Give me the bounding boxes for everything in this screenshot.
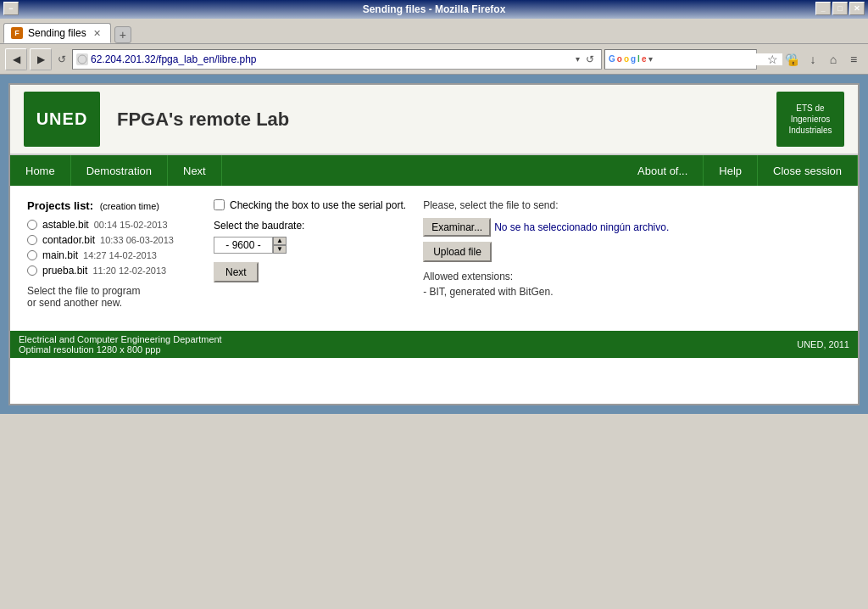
- next-button[interactable]: Next: [214, 262, 259, 282]
- browser-action-icons: ☆ 🔒 ↓ ⌂ ≡: [763, 50, 863, 69]
- next-button-container: Next: [214, 262, 406, 282]
- bookmark-button[interactable]: ☆: [763, 50, 782, 69]
- browser-content: UNED FPGA's remote Lab ETS de Ingenieros…: [8, 83, 860, 405]
- nav-demo[interactable]: Demostration: [71, 155, 168, 186]
- footer-copyright: UNED, 2011: [797, 339, 849, 349]
- nav-help[interactable]: Help: [704, 155, 758, 186]
- reload-icon: ↺: [58, 53, 66, 65]
- project-radio-main[interactable]: [27, 250, 37, 260]
- google-logo: Google: [609, 54, 646, 64]
- new-tab-icon: +: [120, 28, 126, 42]
- browse-button[interactable]: Examinar...: [423, 218, 491, 237]
- tab-favicon: F: [11, 27, 23, 39]
- nav-close-session[interactable]: Close session: [758, 155, 858, 186]
- project-radio-prueba[interactable]: [27, 265, 37, 276]
- baudrate-arrows: ▲ ▼: [273, 237, 287, 254]
- window-title: Sending files - Mozilla Firefox: [363, 3, 506, 15]
- menu-button[interactable]: ≡: [844, 50, 863, 69]
- svg-point-0: [78, 55, 86, 64]
- address-bar-container: ▾ ↺: [72, 49, 602, 70]
- project-radio-contador[interactable]: [27, 235, 37, 245]
- allowed-extensions-label: Allowed extensions:: [423, 271, 841, 282]
- nav-about[interactable]: About of...: [622, 155, 704, 186]
- tab-close-button[interactable]: ✕: [92, 27, 103, 39]
- site-main: Projects list: (creation time) astable.b…: [10, 186, 858, 322]
- nav-spacer: [222, 155, 622, 186]
- no-file-text: No se ha seleccionado ningún archivo.: [494, 221, 669, 233]
- address-reload-icon[interactable]: ↺: [582, 52, 598, 67]
- baudrate-down-arrow[interactable]: ▼: [273, 245, 287, 254]
- allowed-extensions-value: - BIT, generated with BitGen.: [423, 286, 841, 298]
- tab-label: Sending files: [28, 27, 86, 39]
- site-title: FPGA's remote Lab: [117, 109, 289, 131]
- forward-icon: ▶: [37, 53, 45, 65]
- new-tab-button[interactable]: +: [114, 26, 131, 43]
- download-button[interactable]: ↓: [804, 50, 822, 69]
- footer-left: Electrical and Computer Engineering Depa…: [19, 334, 222, 355]
- minimize-button[interactable]: −: [3, 2, 19, 15]
- serial-checkbox[interactable]: [214, 199, 225, 210]
- search-container: Google ▾ 🔍: [604, 49, 757, 70]
- maximize-button[interactable]: □: [832, 2, 848, 15]
- active-tab[interactable]: F Sending files ✕: [3, 23, 111, 43]
- site-nav: Home Demostration Next About of... Help …: [10, 155, 858, 186]
- baudrate-control: ▲ ▼: [214, 237, 406, 254]
- nav-home[interactable]: Home: [10, 155, 71, 186]
- identity-button[interactable]: 🔒: [783, 50, 802, 69]
- project-select-text: Select the file to program or send anoth…: [27, 285, 197, 309]
- file-section: Please, select the file to send: Examina…: [423, 199, 841, 309]
- footer-line2: Optimal resolution 1280 x 800 ppp: [19, 344, 222, 355]
- browser-window: − Sending files - Mozilla Firefox _ □ ✕ …: [0, 0, 868, 609]
- baudrate-section: Checking the box to use the serial port.…: [214, 199, 406, 309]
- home-button[interactable]: ⌂: [824, 50, 843, 69]
- uned-logo: UNED: [24, 92, 100, 147]
- site-footer: Electrical and Computer Engineering Depa…: [10, 331, 858, 358]
- address-favicon: [76, 53, 88, 65]
- nav-bar: ◀ ▶ ↺ ▾ ↺ Google ▾ 🔍 ☆ 🔒 ↓: [0, 44, 868, 75]
- serial-checkbox-row: Checking the box to use the serial port.: [214, 199, 406, 211]
- window-close-area: −: [3, 2, 19, 15]
- project-item-main: main.bit 14:27 14-02-2013: [27, 249, 197, 261]
- baudrate-up-arrow[interactable]: ▲: [273, 237, 287, 245]
- nav-next[interactable]: Next: [168, 155, 222, 186]
- project-item-contador: contador.bit 10:33 06-03-2013: [27, 234, 197, 246]
- site-header: UNED FPGA's remote Lab ETS de Ingenieros…: [10, 85, 858, 155]
- projects-header: Projects list: (creation time): [27, 199, 197, 212]
- project-item-astable: astable.bit 00:14 15-02-2013: [27, 219, 197, 231]
- address-input[interactable]: [91, 53, 573, 65]
- title-bar: − Sending files - Mozilla Firefox _ □ ✕: [0, 0, 868, 19]
- site-logo-area: UNED FPGA's remote Lab: [24, 92, 289, 147]
- google-g: G: [609, 54, 615, 64]
- close-button[interactable]: ✕: [849, 2, 865, 15]
- minimize-button[interactable]: _: [815, 2, 831, 15]
- forward-button[interactable]: ▶: [30, 48, 52, 70]
- tab-bar: F Sending files ✕ +: [0, 19, 868, 44]
- project-radio-astable[interactable]: [27, 220, 37, 230]
- address-dropdown-icon[interactable]: ▾: [576, 54, 580, 64]
- window-controls: _ □ ✕: [815, 2, 865, 15]
- file-row: Examinar... No se ha seleccionado ningún…: [423, 218, 841, 237]
- baudrate-label: Select the baudrate:: [214, 220, 406, 232]
- upload-button[interactable]: Upload file: [423, 242, 492, 262]
- reload-button[interactable]: ↺: [54, 52, 70, 67]
- back-button[interactable]: ◀: [5, 48, 27, 70]
- project-item-prueba: prueba.bit 11:20 12-02-2013: [27, 265, 197, 277]
- back-icon: ◀: [13, 53, 20, 65]
- projects-section: Projects list: (creation time) astable.b…: [27, 199, 197, 309]
- search-dropdown-icon[interactable]: ▾: [648, 54, 653, 64]
- footer-line1: Electrical and Computer Engineering Depa…: [19, 334, 222, 344]
- ets-logo: ETS de Ingenieros Industriales: [776, 92, 844, 147]
- file-label: Please, select the file to send:: [423, 199, 841, 211]
- content-area: UNED FPGA's remote Lab ETS de Ingenieros…: [0, 75, 868, 414]
- baudrate-input[interactable]: [214, 237, 273, 254]
